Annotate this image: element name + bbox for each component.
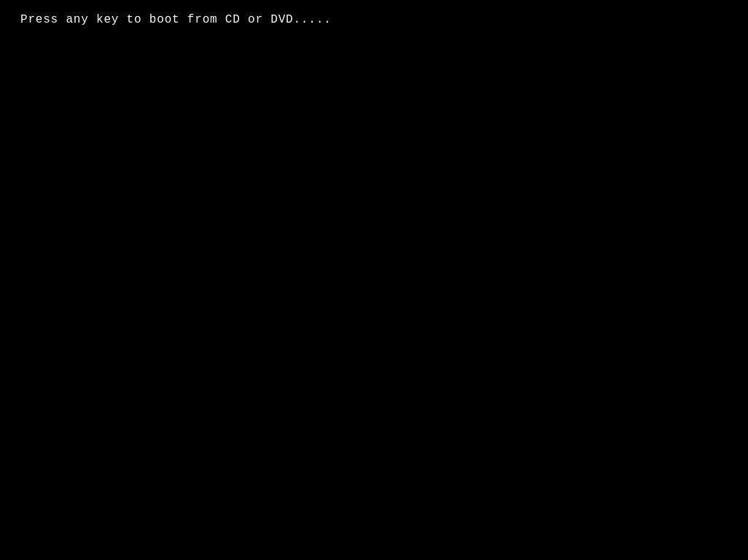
boot-message-text: Press any key to boot from CD or DVD....… [20,13,331,26]
boot-screen: Press any key to boot from CD or DVD....… [0,0,748,560]
